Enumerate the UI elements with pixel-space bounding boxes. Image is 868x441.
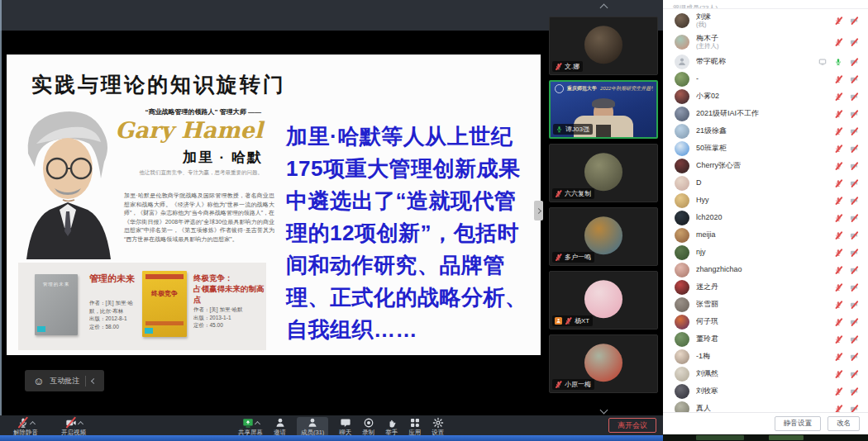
app-window: 实践与理论的知识旋转门 “商业战略管理的领路人” 管理大师 —— Gary Ha… bbox=[0, 0, 868, 441]
participant-name: 2021级研IAI不工作 bbox=[696, 110, 759, 118]
rename-button[interactable]: 改名 bbox=[827, 416, 860, 431]
chevron-up-icon[interactable] bbox=[29, 420, 35, 426]
participant-status-icons bbox=[834, 179, 858, 187]
participant-row[interactable]: Hyy bbox=[663, 192, 868, 209]
toolbar-unmute-button[interactable]: 解除静音 bbox=[13, 417, 38, 437]
video-tile[interactable]: 小原一梅 bbox=[549, 334, 658, 393]
video-tile[interactable]: 文.娜 bbox=[549, 17, 658, 75]
toolbar-members-button[interactable]: 成员(31) bbox=[297, 417, 328, 437]
participant-row[interactable]: 刘牧寒 bbox=[663, 382, 868, 400]
participant-name: Cherry张心蕾 bbox=[696, 162, 741, 170]
video-avatar bbox=[584, 26, 622, 64]
chevron-left-icon[interactable] bbox=[91, 377, 97, 383]
participant-name: 真人 bbox=[696, 405, 711, 412]
participant-status-icons bbox=[834, 231, 858, 239]
video-participant-name: 杨XT bbox=[575, 316, 589, 325]
participant-status-icons bbox=[834, 92, 858, 101]
cam-off-icon bbox=[850, 197, 858, 205]
chevron-up-icon[interactable] bbox=[254, 420, 260, 426]
meeting-toolbar: 解除静音 开启视频 共享屏幕 邀请 成员(31) 聊天 bbox=[0, 415, 663, 435]
participant-name: njy bbox=[696, 249, 706, 257]
participant-row[interactable]: D bbox=[663, 174, 868, 192]
video-tile[interactable]: 六六复制 bbox=[549, 144, 658, 202]
participant-row[interactable]: 董玲君 bbox=[663, 330, 868, 348]
avatar bbox=[675, 211, 689, 225]
toolbar-start-video-button[interactable]: 开启视频 bbox=[61, 417, 86, 437]
participant-row[interactable]: zhangzhichao bbox=[663, 261, 868, 278]
video-avatar bbox=[584, 153, 622, 191]
participant-row[interactable]: meijia bbox=[663, 226, 868, 244]
participant-row[interactable]: 21级徐鑫 bbox=[663, 122, 868, 140]
participant-status-icons bbox=[834, 301, 858, 309]
toolbar-settings-button[interactable]: 设置 bbox=[432, 417, 444, 437]
participant-row[interactable]: 刘佩然 bbox=[663, 365, 868, 382]
cam-off-icon bbox=[850, 353, 858, 361]
annotation-pill[interactable]: ☺ 互动批注 bbox=[25, 370, 104, 391]
slide-title: 实践与理论的知识旋转门 bbox=[31, 71, 286, 98]
toolbar-share-screen-button[interactable]: 共享屏幕 bbox=[238, 417, 263, 437]
participant-status-icons bbox=[834, 387, 858, 396]
filmstrip-expand-handle[interactable] bbox=[534, 201, 543, 220]
participant-row[interactable]: 小雾02 bbox=[663, 88, 868, 105]
toolbar-invite-button[interactable]: 邀请 bbox=[274, 417, 286, 437]
participant-name: - bbox=[696, 75, 699, 83]
avatar bbox=[675, 349, 689, 364]
participant-name: 小雾02 bbox=[696, 92, 719, 101]
avatar bbox=[675, 384, 689, 399]
participant-row[interactable]: Cherry张心蕾 bbox=[663, 157, 868, 174]
participant-row[interactable]: 梅木子 (主持人) bbox=[663, 31, 868, 53]
cam-off-icon bbox=[850, 405, 858, 413]
mic-off-icon bbox=[834, 127, 842, 135]
participant-row[interactable]: njy bbox=[663, 244, 868, 261]
mic-off-icon bbox=[834, 387, 842, 396]
avatar bbox=[675, 124, 689, 139]
toolbar-record-button[interactable]: 录制 bbox=[362, 417, 374, 437]
participant-name: 董玲君 bbox=[696, 335, 718, 344]
cam-off-icon bbox=[850, 231, 858, 239]
participant-row[interactable]: 张雪丽 bbox=[663, 296, 868, 313]
avatar bbox=[675, 13, 689, 28]
participant-row[interactable]: 何子琪 bbox=[663, 313, 868, 330]
cam-off-icon bbox=[850, 162, 858, 170]
toolbar-raise-hand-button[interactable]: 举手 bbox=[385, 417, 398, 437]
cam-off-icon bbox=[850, 335, 858, 344]
toolbar-chat-button[interactable]: 聊天 bbox=[339, 417, 351, 437]
participant-row[interactable]: -1梅 bbox=[663, 348, 868, 365]
participant-row[interactable]: lch2020 bbox=[663, 209, 868, 226]
book-2-details: 作者：[美] 加里·哈默 出版：2013-1-1 定价：45.00 bbox=[193, 306, 263, 330]
mute-settings-button[interactable]: 静音设置 bbox=[775, 416, 821, 431]
video-tile[interactable]: 杨XT bbox=[549, 271, 658, 330]
participant-row[interactable]: 带字昵称 bbox=[663, 53, 868, 70]
participant-status-icons bbox=[834, 335, 858, 344]
slide-caption: 他让我们直面竞争、专注为赢，思考最重要的问题。 bbox=[98, 169, 263, 177]
leave-meeting-button[interactable]: 离开会议 bbox=[608, 418, 656, 433]
avatar bbox=[675, 55, 689, 69]
participant-status-icons bbox=[834, 318, 858, 326]
avatar bbox=[675, 107, 689, 121]
participant-row[interactable]: 2021级研IAI不工作 bbox=[663, 105, 868, 122]
avatar bbox=[675, 159, 689, 173]
cam-off-icon bbox=[850, 214, 858, 222]
cam-off-icon bbox=[850, 301, 858, 309]
participant-row[interactable]: 迷之丹 bbox=[663, 278, 868, 296]
taskbar-strip-left bbox=[0, 435, 663, 441]
participant-row[interactable]: - bbox=[663, 70, 868, 88]
smiley-icon: ☺ bbox=[33, 376, 44, 386]
filmstrip-scroll-up[interactable] bbox=[546, 5, 661, 11]
book-1-details: 作者：[美] 加里·哈默，比尔·布林 出版：2012-8-1 定价：58.00 bbox=[89, 299, 141, 330]
raise-hand-icon bbox=[386, 417, 398, 429]
role-badge-icon bbox=[555, 317, 562, 325]
participant-row[interactable]: 50班掌柜 bbox=[663, 140, 868, 157]
book-cover-2-label: 终极竞争 bbox=[142, 289, 187, 298]
chevron-up-icon[interactable] bbox=[77, 420, 83, 426]
filmstrip-scroll-down[interactable] bbox=[546, 407, 661, 413]
book-cover-1-label: 管理的未来 bbox=[35, 282, 78, 287]
mic-on-icon bbox=[834, 58, 842, 66]
toolbar-apps-button[interactable]: 应用 bbox=[408, 417, 421, 437]
participant-row[interactable]: 真人 bbox=[663, 400, 868, 412]
mic-off-icon bbox=[834, 335, 842, 344]
video-tile[interactable]: 多户一鸣 bbox=[549, 207, 658, 266]
participants-footer: 静音设置改名 bbox=[663, 412, 868, 434]
participant-row[interactable]: 刘缘 (我) bbox=[663, 10, 868, 31]
video-tile[interactable]: 重庆师范大学2022年秋期研究生开题学术报告 谭J03强 bbox=[549, 80, 658, 139]
